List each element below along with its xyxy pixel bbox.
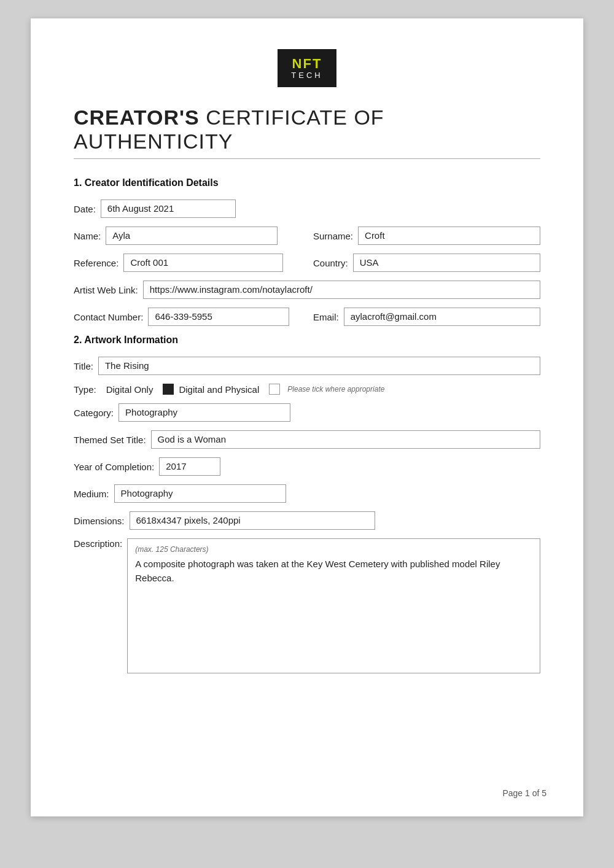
main-title: CREATOR'S CERTIFICATE OF AUTHENTICITY bbox=[74, 106, 540, 153]
themed-row: Themed Set Title: God is a Woman bbox=[74, 430, 540, 449]
surname-right: Surname: Croft bbox=[313, 227, 540, 245]
reference-field[interactable]: Croft 001 bbox=[123, 254, 283, 272]
themed-field[interactable]: God is a Woman bbox=[151, 430, 540, 449]
medium-label: Medium: bbox=[74, 489, 109, 499]
country-label: Country: bbox=[313, 258, 348, 268]
section1-title: 1. Creator Identification Details bbox=[74, 177, 540, 188]
page-number: Page 1 of 5 bbox=[502, 788, 546, 798]
checkbox-digital-physical[interactable] bbox=[269, 384, 280, 395]
email-label: Email: bbox=[313, 312, 339, 322]
weblink-label: Artist Web Link: bbox=[74, 285, 138, 295]
title-divider bbox=[74, 158, 540, 159]
logo-box: NFT TECH bbox=[278, 49, 336, 87]
type-note: Please tick where appropriate bbox=[287, 385, 384, 393]
type-row: Type: Digital Only Digital and Physical … bbox=[74, 384, 540, 395]
artwork-title-label: Title: bbox=[74, 361, 93, 371]
title-bold: CREATOR'S bbox=[74, 106, 200, 129]
year-field[interactable]: 2017 bbox=[159, 457, 220, 476]
year-row: Year of Completion: 2017 bbox=[74, 457, 540, 476]
weblink-field[interactable]: https://www.instagram.com/notaylacroft/ bbox=[143, 281, 540, 299]
email-field[interactable]: aylacroft@gmail.com bbox=[344, 308, 540, 326]
type-label: Type: bbox=[74, 384, 96, 395]
contact-field[interactable]: 646-339-5955 bbox=[148, 308, 289, 326]
medium-field[interactable]: Photography bbox=[114, 484, 286, 503]
contact-left: Contact Number: 646-339-5955 bbox=[74, 308, 301, 326]
category-row: Category: Photography bbox=[74, 403, 540, 422]
certificate-page: NFT TECH CREATOR'S CERTIFICATE OF AUTHEN… bbox=[31, 18, 583, 816]
surname-field[interactable]: Croft bbox=[358, 227, 540, 245]
checkbox-digital-only[interactable] bbox=[163, 384, 174, 395]
surname-label: Surname: bbox=[313, 231, 353, 241]
reference-row: Reference: Croft 001 Country: USA bbox=[74, 254, 540, 272]
description-text: A composite photograph was taken at the … bbox=[135, 557, 532, 585]
description-box[interactable]: (max. 125 Characters) A composite photog… bbox=[127, 538, 540, 673]
dimensions-label: Dimensions: bbox=[74, 516, 125, 526]
medium-row: Medium: Photography bbox=[74, 484, 540, 503]
themed-label: Themed Set Title: bbox=[74, 435, 146, 445]
country-field[interactable]: USA bbox=[353, 254, 540, 272]
type-digital-only: Digital Only bbox=[106, 384, 154, 395]
category-label: Category: bbox=[74, 408, 114, 418]
logo-container: NFT TECH bbox=[74, 49, 540, 87]
reference-left: Reference: Croft 001 bbox=[74, 254, 301, 272]
weblink-row: Artist Web Link: https://www.instagram.c… bbox=[74, 281, 540, 299]
country-right: Country: USA bbox=[313, 254, 540, 272]
description-row: Description: (max. 125 Characters) A com… bbox=[74, 538, 540, 673]
name-field[interactable]: Ayla bbox=[106, 227, 278, 245]
reference-label: Reference: bbox=[74, 258, 119, 268]
description-label: Description: bbox=[74, 538, 122, 549]
date-field[interactable]: 6th August 2021 bbox=[101, 200, 236, 218]
logo-tech-text: TECH bbox=[291, 71, 322, 80]
contact-row: Contact Number: 646-339-5955 Email: ayla… bbox=[74, 308, 540, 326]
name-left: Name: Ayla bbox=[74, 227, 301, 245]
section2-title: 2. Artwork Information bbox=[74, 335, 540, 346]
name-label: Name: bbox=[74, 231, 101, 241]
artwork-title-field[interactable]: The Rising bbox=[98, 357, 540, 375]
description-note: (max. 125 Characters) bbox=[135, 545, 532, 554]
name-row: Name: Ayla Surname: Croft bbox=[74, 227, 540, 245]
year-label: Year of Completion: bbox=[74, 462, 154, 472]
dimensions-field[interactable]: 6618x4347 pixels, 240ppi bbox=[130, 511, 375, 530]
logo-nft-text: NFT bbox=[292, 56, 322, 71]
dimensions-row: Dimensions: 6618x4347 pixels, 240ppi bbox=[74, 511, 540, 530]
title-row: Title: The Rising bbox=[74, 357, 540, 375]
date-label: Date: bbox=[74, 204, 96, 214]
email-right: Email: aylacroft@gmail.com bbox=[313, 308, 540, 326]
category-field[interactable]: Photography bbox=[119, 403, 290, 422]
contact-label: Contact Number: bbox=[74, 312, 143, 322]
date-row: Date: 6th August 2021 bbox=[74, 200, 540, 218]
type-digital-physical: Digital and Physical bbox=[179, 384, 259, 395]
